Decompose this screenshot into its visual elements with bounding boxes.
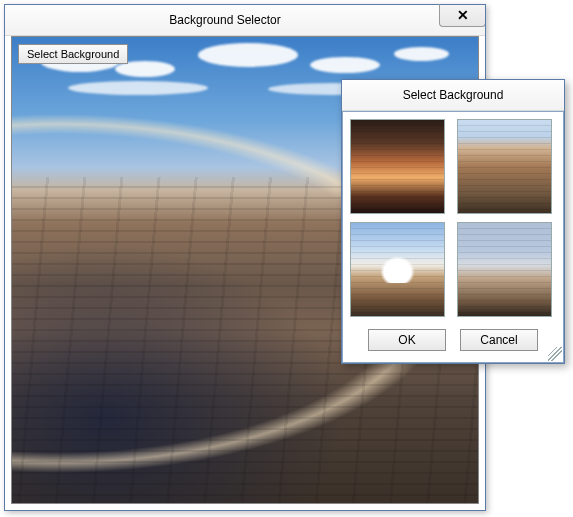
cloud-icon bbox=[394, 47, 449, 61]
thumbnail-image bbox=[351, 223, 444, 316]
cancel-button[interactable]: Cancel bbox=[460, 329, 538, 351]
select-background-button[interactable]: Select Background bbox=[18, 44, 128, 64]
thumbnail-canyon-snow[interactable] bbox=[457, 222, 552, 317]
resize-grip[interactable] bbox=[548, 347, 562, 361]
thumbnail-canyon-aerial[interactable] bbox=[457, 119, 552, 214]
dialog-client-area: OK Cancel bbox=[342, 111, 564, 363]
select-background-dialog: Select Background bbox=[341, 79, 565, 364]
cloud-icon bbox=[310, 57, 380, 73]
dialog-title: Select Background bbox=[403, 88, 504, 102]
close-icon: ✕ bbox=[457, 8, 469, 22]
ok-button[interactable]: OK bbox=[368, 329, 446, 351]
thumbnail-image bbox=[351, 120, 444, 213]
cloud-icon bbox=[198, 43, 298, 67]
thumbnail-image bbox=[458, 120, 551, 213]
main-titlebar[interactable]: Background Selector ✕ bbox=[5, 5, 485, 36]
dialog-button-row: OK Cancel bbox=[350, 329, 556, 351]
cloud-icon bbox=[68, 81, 208, 95]
thumbnail-canyon-clouds[interactable] bbox=[350, 222, 445, 317]
thumbnail-image bbox=[458, 223, 551, 316]
close-button[interactable]: ✕ bbox=[439, 4, 486, 27]
thumbnail-canyon-sunset[interactable] bbox=[350, 119, 445, 214]
dialog-titlebar[interactable]: Select Background bbox=[342, 80, 564, 111]
main-window-title: Background Selector bbox=[5, 5, 445, 35]
thumbnail-grid bbox=[350, 119, 556, 317]
